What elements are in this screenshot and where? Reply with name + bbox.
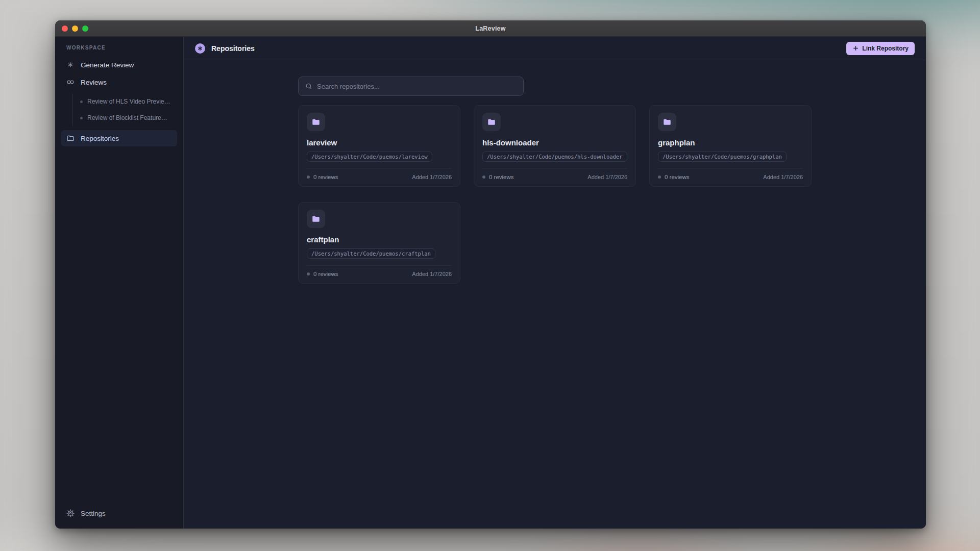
- card-divider: [307, 168, 452, 169]
- glasses-icon: [66, 78, 75, 86]
- sidebar-item-generate-review[interactable]: Generate Review: [61, 57, 177, 73]
- card-divider: [307, 265, 452, 266]
- repository-card[interactable]: lareview /Users/shyalter/Code/puemos/lar…: [298, 105, 460, 187]
- repository-card[interactable]: graphplan /Users/shyalter/Code/puemos/gr…: [649, 105, 812, 187]
- repository-name: lareview: [307, 138, 452, 147]
- review-count: 0 reviews: [307, 271, 338, 277]
- card-divider: [482, 168, 627, 169]
- app-body: WORKSPACE Generate Review Reviews: [55, 37, 926, 529]
- asterisk-icon: [66, 61, 75, 69]
- sidebar-item-label: Settings: [81, 510, 106, 517]
- repository-name: graphplan: [658, 138, 803, 147]
- window-titlebar[interactable]: LaReview: [55, 20, 926, 37]
- reviews-sub-list: Review of HLS Video Previe… Review of Bl…: [72, 93, 177, 126]
- repository-path: /Users/shyalter/Code/puemos/lareview: [307, 152, 432, 162]
- folder-icon: [307, 113, 325, 131]
- bullet-dot-icon: [80, 117, 83, 119]
- added-date: Added 1/7/2026: [763, 174, 803, 180]
- link-repository-button-label: Link Repository: [862, 45, 909, 52]
- sidebar-subitem-label: Review of Blocklist Feature…: [87, 114, 167, 121]
- status-dot-icon: [482, 176, 485, 179]
- desktop: LaReview WORKSPACE Generate Review Revie…: [0, 0, 980, 551]
- zoom-window-button[interactable]: [82, 26, 88, 32]
- sidebar-subitem-label: Review of HLS Video Previe…: [87, 98, 170, 105]
- repository-grid: lareview /Users/shyalter/Code/puemos/lar…: [298, 105, 812, 284]
- content-area: lareview /Users/shyalter/Code/puemos/lar…: [184, 60, 926, 529]
- page-header: Repositories Link Repository: [184, 37, 926, 60]
- page-title: Repositories: [211, 44, 255, 53]
- repository-path: /Users/shyalter/Code/puemos/graphplan: [658, 152, 787, 162]
- status-dot-icon: [658, 176, 661, 179]
- review-count: 0 reviews: [307, 174, 338, 180]
- app-window: LaReview WORKSPACE Generate Review Revie…: [55, 20, 926, 529]
- sidebar-subitem-review-hls[interactable]: Review of HLS Video Previe…: [72, 93, 177, 110]
- search-icon: [305, 83, 312, 90]
- review-count: 0 reviews: [482, 174, 514, 180]
- added-date: Added 1/7/2026: [412, 271, 452, 277]
- traffic-lights: [62, 20, 88, 36]
- status-dot-icon: [307, 176, 310, 179]
- plus-icon: [852, 45, 859, 52]
- sidebar-item-repositories[interactable]: Repositories: [61, 130, 177, 146]
- repository-card[interactable]: hls-downloader /Users/shyalter/Code/puem…: [474, 105, 636, 187]
- folder-icon: [482, 113, 501, 131]
- sidebar-spacer: [61, 147, 177, 505]
- repository-name: hls-downloader: [482, 138, 627, 147]
- status-dot-icon: [307, 272, 310, 276]
- repository-card[interactable]: craftplan /Users/shyalter/Code/puemos/cr…: [298, 202, 460, 284]
- main-panel: Repositories Link Repository: [184, 37, 926, 529]
- gear-icon: [66, 509, 75, 517]
- sidebar-item-label: Reviews: [81, 79, 107, 86]
- repository-search[interactable]: [298, 77, 524, 96]
- workspace-section-label: WORKSPACE: [61, 44, 177, 57]
- minimize-window-button[interactable]: [72, 26, 78, 32]
- sidebar-item-settings[interactable]: Settings: [61, 505, 177, 521]
- repository-path: /Users/shyalter/Code/puemos/hls-download…: [482, 152, 627, 162]
- added-date: Added 1/7/2026: [587, 174, 627, 180]
- sidebar-subitem-review-blocklist[interactable]: Review of Blocklist Feature…: [72, 110, 177, 126]
- repository-path: /Users/shyalter/Code/puemos/craftplan: [307, 248, 435, 259]
- sidebar-item-label: Generate Review: [81, 61, 134, 69]
- bullet-dot-icon: [80, 101, 83, 103]
- repositories-badge-icon: [195, 43, 205, 54]
- window-title: LaReview: [475, 25, 505, 32]
- added-date: Added 1/7/2026: [412, 174, 452, 180]
- folder-icon: [66, 134, 75, 142]
- repository-name: craftplan: [307, 235, 452, 244]
- sidebar: WORKSPACE Generate Review Reviews: [55, 37, 184, 529]
- close-window-button[interactable]: [62, 26, 68, 32]
- folder-icon: [307, 210, 325, 228]
- sidebar-item-reviews[interactable]: Reviews: [61, 74, 177, 90]
- card-divider: [658, 168, 803, 169]
- search-input[interactable]: [317, 83, 517, 90]
- review-count: 0 reviews: [658, 174, 690, 180]
- folder-icon: [658, 113, 676, 131]
- link-repository-button[interactable]: Link Repository: [846, 42, 915, 55]
- sidebar-item-label: Repositories: [81, 135, 119, 142]
